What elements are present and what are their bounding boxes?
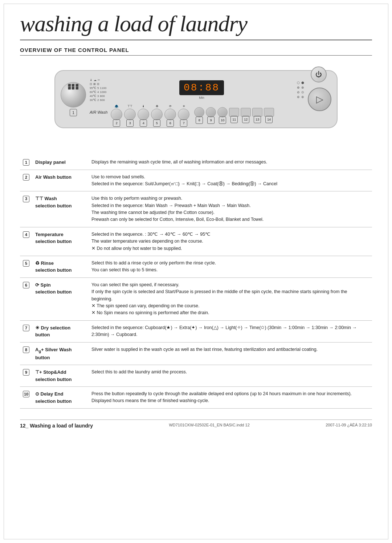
panel-num-4: 4 — [140, 119, 147, 127]
row-label: ⟳ Spinselection button — [32, 277, 89, 320]
panel-num-3: 3 — [126, 119, 134, 127]
panel-num-8: 8 — [196, 117, 203, 124]
panel-btn-7 — [178, 109, 189, 120]
panel-num-6: 6 — [167, 119, 174, 127]
page-content: washing a load of laundry OVERVIEW OF TH… — [0, 0, 392, 443]
panel-btn-2 — [111, 109, 122, 120]
panel-btn-12 — [241, 108, 251, 117]
row-label: Ag+ Silver Washbutton — [32, 342, 89, 365]
table-row: 4 Temperatureselection button Selected i… — [20, 227, 372, 256]
row-description: Use to remove bad smells. Selected in th… — [89, 170, 372, 191]
row-number: 5 — [23, 260, 29, 267]
row-description: Press the button repeatedly to cycle thr… — [89, 387, 372, 409]
table-row: 9 ⊤+ Stop&Addselection button Select thi… — [20, 365, 372, 387]
section-heading: OVERVIEW OF THE CONTROL PANEL — [20, 47, 372, 56]
row-label: Temperatureselection button — [32, 227, 89, 256]
panel-num-2: 2 — [113, 119, 120, 127]
table-row: 7 ☀ Dry selectionbutton Selected in the … — [20, 320, 372, 342]
start-pause-button: ▷ — [308, 88, 331, 111]
row-number: 4 — [23, 231, 29, 238]
row-description: Selected in the sequence. : 30℃ → 40℃ → … — [89, 227, 372, 256]
page-footer: 12_ Washing a load of laundry WD7101CKW-… — [20, 420, 372, 429]
panel-num-1: 1 — [70, 109, 77, 116]
panel-btn-8 — [194, 107, 204, 117]
brand-label: AIR Wash — [90, 110, 107, 114]
table-row: 8 Ag+ Silver Washbutton Silver water is … — [20, 342, 372, 365]
row-label: ⊤+ Stop&Addselection button — [32, 365, 89, 387]
row-description: Displays the remaining wash cycle time, … — [89, 155, 372, 170]
panel-num-10: 10 — [219, 117, 226, 124]
row-label: Display panel — [32, 155, 89, 170]
power-button-illustration: ⏻ — [311, 66, 327, 82]
table-row: 5 ♻ Rinseselection button Select this to… — [20, 256, 372, 277]
row-number: 7 — [23, 325, 29, 331]
control-panel-table: 1 Display panel Displays the remaining w… — [20, 155, 372, 409]
row-number: 3 — [23, 196, 29, 202]
panel-btn-11 — [229, 108, 239, 117]
table-row: 2 Air Wash button Use to remove bad smel… — [20, 170, 372, 191]
time-display: 08:88 — [179, 80, 224, 95]
page-title: washing a load of laundry — [20, 11, 372, 40]
row-label: ☀ Dry selectionbutton — [32, 320, 89, 342]
panel-btn-3 — [124, 109, 136, 120]
panel-num-9: 9 — [207, 117, 215, 124]
row-label: Air Wash button — [32, 170, 89, 191]
panel-btn-13 — [252, 108, 262, 117]
panel-num-12: 12 — [242, 116, 249, 123]
panel-btn-10 — [217, 107, 228, 117]
machine-panel: ⬛ ⬛ ⬛ ⬛ ⬛ ⬛ 1 🌡 ☁ — [54, 70, 338, 128]
row-label: ⊙ Delay Endselection button — [32, 387, 89, 409]
panel-num-14: 14 — [265, 116, 273, 123]
page-number: 12_ Washing a load of laundry — [20, 423, 93, 429]
row-description: Use this to only perform washing or prew… — [89, 191, 372, 227]
panel-btn-5 — [151, 109, 163, 120]
control-panel-area: ⏻ ⬛ ⬛ ⬛ ⬛ ⬛ ⬛ 1 — [20, 63, 372, 146]
panel-num-7: 7 — [180, 119, 187, 127]
row-description: Selected in the sequence: Cupboard(★) → … — [89, 320, 372, 342]
panel-btn-6 — [164, 109, 176, 120]
table-row: 6 ⟳ Spinselection button You can select … — [20, 277, 372, 320]
row-number: 1 — [23, 159, 29, 166]
row-number: 10 — [23, 391, 29, 397]
panel-num-13: 13 — [254, 116, 261, 123]
program-dial: ⬛ ⬛ ⬛ ⬛ ⬛ ⬛ — [61, 82, 86, 108]
row-description: You can select the spin speed, if necess… — [89, 277, 372, 320]
panel-num-11: 11 — [230, 116, 238, 123]
row-description: Silver water is supplied in the wash cyc… — [89, 342, 372, 365]
row-number: 8 — [23, 347, 29, 353]
footer-date: 2007-11-09 ¿ÀÈÁ 3:22:10 — [326, 423, 372, 429]
panel-btn-9 — [206, 107, 216, 117]
footer-file: WD7101CKW-02502E-01_EN BASIC.indd 12 — [169, 423, 249, 429]
table-row: 3 ⊤⊤ Washselection button Use this to on… — [20, 191, 372, 227]
panel-btn-14 — [264, 108, 274, 117]
row-description: Select this to add a rinse cycle or only… — [89, 256, 372, 277]
table-row: 10 ⊙ Delay Endselection button Press the… — [20, 387, 372, 409]
row-number: 6 — [23, 282, 29, 288]
display-suffix: Min — [199, 96, 204, 100]
row-number: 2 — [23, 174, 29, 181]
row-description: Select this to add the laundry amid the … — [89, 365, 372, 387]
row-label: ♻ Rinseselection button — [32, 256, 89, 277]
row-label: ⊤⊤ Washselection button — [32, 191, 89, 227]
panel-wrapper: ⏻ ⬛ ⬛ ⬛ ⬛ ⬛ ⬛ 1 — [54, 70, 338, 128]
panel-btn-4 — [138, 109, 149, 120]
table-row: 1 Display panel Displays the remaining w… — [20, 155, 372, 170]
row-number: 9 — [23, 369, 29, 376]
panel-num-5: 5 — [153, 119, 160, 127]
